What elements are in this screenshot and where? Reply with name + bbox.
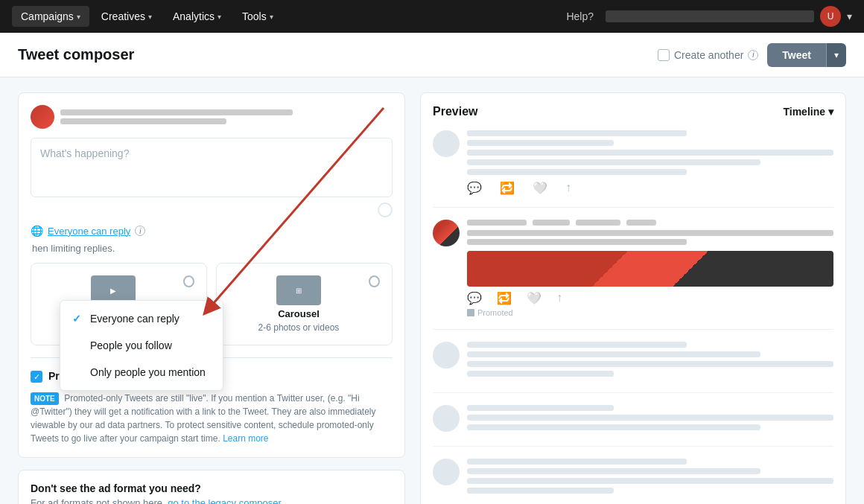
pt-avatar-3 — [433, 405, 460, 432]
like-icon-1[interactable]: 🤍 — [533, 181, 547, 195]
dropdown-item-everyone[interactable]: ✓ Everyone can reply — [60, 305, 223, 332]
carousel-thumb: ⊞ — [276, 275, 321, 305]
reply-settings-link[interactable]: Everyone can reply — [48, 226, 130, 237]
reply-limit-text: hen limiting replies. — [31, 243, 393, 254]
pt-avatar-4 — [433, 459, 460, 485]
check-icon: ✓ — [72, 313, 84, 325]
composer-meta-bars — [60, 109, 393, 124]
left-panel: 🌐 Everyone can reply i ✓ Everyone can re… — [18, 92, 405, 504]
meta-bar-2 — [60, 118, 226, 124]
timeline-selector[interactable]: Timeline ▾ — [783, 106, 833, 118]
reply-dropdown: ✓ Everyone can reply People you follow O… — [60, 300, 223, 391]
promoted-badge: Promoted — [467, 308, 833, 317]
campaigns-chevron: ▾ — [77, 13, 80, 21]
placeholder-tweet-2 — [433, 342, 833, 393]
featured-image — [467, 251, 833, 287]
create-another-checkbox[interactable] — [658, 49, 670, 61]
bottom-card-title: Don't see the ad format you need? — [31, 482, 393, 494]
carousel-subtitle: 2-6 photos or videos — [258, 322, 340, 333]
share-icon-1[interactable]: ↑ — [565, 181, 571, 195]
nav-analytics[interactable]: Analytics ▾ — [164, 6, 230, 27]
nav-user-info — [606, 10, 814, 22]
header-actions: Create another i Tweet ▾ — [658, 43, 846, 67]
create-another-info-icon[interactable]: i — [748, 50, 758, 60]
create-another-label: Create another — [674, 49, 743, 61]
tweet-input[interactable] — [31, 138, 393, 197]
create-another-group: Create another i — [658, 49, 758, 61]
tools-chevron: ▾ — [270, 13, 273, 21]
composer-avatar — [31, 105, 54, 129]
featured-tweet: 💬 🔁 🤍 ↑ Promoted — [433, 220, 833, 330]
placeholder-tweet-3 — [433, 405, 833, 447]
reply-info-icon[interactable]: i — [135, 226, 145, 236]
dropdown-item-follow[interactable]: People you follow — [60, 332, 223, 359]
help-link[interactable]: Help? — [566, 10, 594, 22]
navbar: Campaigns ▾ Creatives ▾ Analytics ▾ Tool… — [0, 0, 864, 33]
right-panel: Preview Timeline ▾ 💬 🔁 — [420, 92, 846, 504]
ft-avatar — [433, 220, 460, 246]
dropdown-item-mention[interactable]: Only people you mention — [60, 359, 223, 386]
preview-title: Preview — [433, 105, 477, 118]
like-icon-ft[interactable]: 🤍 — [527, 291, 541, 305]
pt-avatar-1 — [433, 130, 460, 157]
preview-header: Preview Timeline ▾ — [433, 105, 833, 118]
legacy-composer-link[interactable]: go to the legacy composer. — [168, 497, 283, 504]
analytics-chevron: ▾ — [217, 13, 221, 21]
carousel-title: Carousel — [278, 308, 320, 319]
nav-campaigns[interactable]: Campaigns ▾ — [12, 6, 89, 27]
nav-creatives[interactable]: Creatives ▾ — [92, 6, 161, 27]
user-chevron: ▾ — [847, 10, 852, 22]
pt-avatar-2 — [433, 342, 460, 369]
media-card-carousel[interactable]: ⊞ Carousel 2-6 photos or videos — [216, 263, 393, 345]
tweet-button[interactable]: Tweet — [767, 43, 826, 67]
avatar[interactable]: U — [820, 6, 841, 27]
bottom-card-desc: For ad formats not shown here, go to the… — [31, 497, 393, 504]
placeholder-tweet-1: 💬 🔁 🤍 ↑ — [433, 130, 833, 208]
bottom-card: Don't see the ad format you need? For ad… — [18, 470, 405, 504]
reply-settings-row: 🌐 Everyone can reply i — [31, 225, 393, 237]
learn-more-link[interactable]: Learn more — [223, 433, 268, 444]
tweet-dropdown-button[interactable]: ▾ — [826, 43, 846, 67]
share-icon-ft[interactable]: ↑ — [556, 291, 562, 305]
main-layout: 🌐 Everyone can reply i ✓ Everyone can re… — [0, 77, 864, 504]
photo-radio[interactable] — [183, 275, 194, 287]
creatives-chevron: ▾ — [148, 13, 152, 21]
preview-card: Preview Timeline ▾ 💬 🔁 — [420, 92, 846, 504]
nav-tools[interactable]: Tools ▾ — [233, 6, 282, 27]
page-title: Tweet composer — [18, 46, 134, 63]
composer-card: 🌐 Everyone can reply i ✓ Everyone can re… — [18, 92, 405, 458]
meta-bar-1 — [60, 109, 293, 115]
tweet-button-group: Tweet ▾ — [767, 43, 846, 67]
globe-icon: 🌐 — [31, 225, 43, 237]
page-header: Tweet composer Create another i Tweet ▾ — [0, 33, 864, 77]
comment-icon-1[interactable]: 💬 — [467, 181, 482, 195]
promoted-description: NOTE Promoted-only Tweets are still "liv… — [31, 392, 393, 445]
char-count-circle — [378, 202, 393, 217]
retweet-icon-1[interactable]: 🔁 — [500, 181, 515, 195]
user-area: U ▾ — [606, 6, 852, 27]
placeholder-tweet-4 — [433, 459, 833, 504]
timeline-chevron: ▾ — [828, 106, 833, 118]
retweet-icon-ft[interactable]: 🔁 — [497, 291, 512, 305]
comment-icon-ft[interactable]: 💬 — [467, 291, 482, 305]
promoted-checkbox[interactable]: ✓ — [31, 371, 42, 383]
note-badge: NOTE — [31, 392, 59, 405]
carousel-radio[interactable] — [369, 275, 380, 287]
composer-meta-row — [31, 105, 393, 129]
